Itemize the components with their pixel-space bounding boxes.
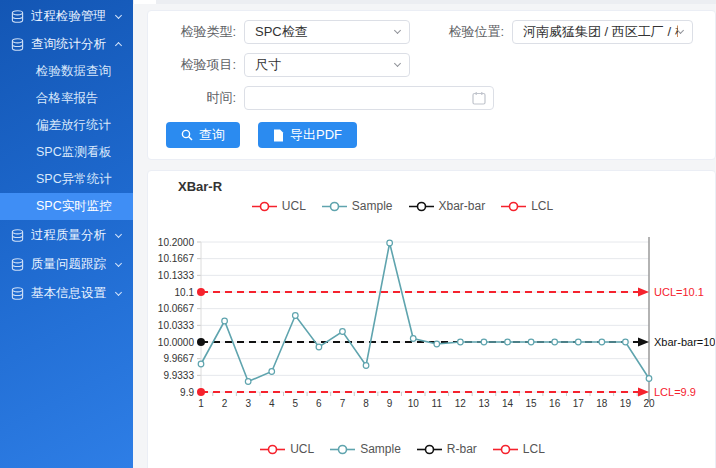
query-button-label: 查询 xyxy=(199,126,225,144)
tab-bar-edge xyxy=(133,0,716,4)
svg-text:8: 8 xyxy=(363,398,369,409)
svg-text:5: 5 xyxy=(293,398,299,409)
chevron-down-icon xyxy=(115,288,122,295)
legend-item-UCL[interactable]: UCL xyxy=(260,442,314,456)
svg-text:13: 13 xyxy=(478,398,490,409)
filter-actions: 查询 导出PDF xyxy=(148,122,715,148)
legend-marker xyxy=(252,201,277,212)
database-icon xyxy=(11,258,24,271)
svg-text:10.0000: 10.0000 xyxy=(158,337,195,348)
svg-text:12: 12 xyxy=(455,398,467,409)
main-content: 检验类型: SPC检查 检验位置: 河南威猛集团 / 西区工厂 / 机加 检验项… xyxy=(133,0,716,468)
legend-item-UCL[interactable]: UCL xyxy=(252,199,306,213)
inspection-type-select[interactable]: SPC检查 xyxy=(244,20,410,44)
svg-text:Xbar-bar=10: Xbar-bar=10 xyxy=(654,336,715,348)
legend-label: LCL xyxy=(523,442,545,456)
search-icon xyxy=(181,129,193,141)
svg-text:9: 9 xyxy=(387,398,393,409)
filter-row-1: 检验类型: SPC检查 检验位置: 河南威猛集团 / 西区工厂 / 机加 xyxy=(148,20,715,44)
inspection-item-label: 检验项目: xyxy=(148,56,236,74)
export-pdf-button-label: 导出PDF xyxy=(290,126,342,144)
legend-label: Xbar-bar xyxy=(439,199,486,213)
filter-panel: 检验类型: SPC检查 检验位置: 河南威猛集团 / 西区工厂 / 机加 检验项… xyxy=(147,10,716,160)
svg-text:10.0333: 10.0333 xyxy=(158,320,195,331)
inspection-location-select[interactable]: 河南威猛集团 / 西区工厂 / 机加 xyxy=(512,20,693,44)
chevron-down-icon xyxy=(394,60,401,67)
sidebar-group-基本信息设置[interactable]: 基本信息设置 xyxy=(0,279,133,307)
time-field-wrap xyxy=(244,86,494,110)
legend-marker xyxy=(409,201,434,212)
export-pdf-button[interactable]: 导出PDF xyxy=(258,122,357,148)
sidebar-item-检验数据查询[interactable]: 检验数据查询 xyxy=(0,58,133,85)
time-input[interactable] xyxy=(244,86,494,110)
svg-text:6: 6 xyxy=(316,398,322,409)
svg-text:18: 18 xyxy=(596,398,608,409)
active-tab-indicator xyxy=(134,0,156,4)
legend-label: Sample xyxy=(360,442,401,456)
chart-title: XBar-R xyxy=(178,179,715,197)
svg-text:UCL=10.1: UCL=10.1 xyxy=(654,286,704,298)
svg-text:9.9333: 9.9333 xyxy=(163,370,194,381)
svg-text:9.9667: 9.9667 xyxy=(163,353,194,364)
database-icon xyxy=(11,38,24,51)
sidebar-group-label: 过程质量分析 xyxy=(31,227,112,244)
inspection-type-label: 检验类型: xyxy=(148,23,236,41)
sidebar-item-合格率报告[interactable]: 合格率报告 xyxy=(0,85,133,112)
sidebar-group-label: 基本信息设置 xyxy=(31,285,112,302)
chevron-down-icon xyxy=(677,27,684,34)
sidebar-group-查询统计分析[interactable]: 查询统计分析 xyxy=(0,30,133,58)
svg-text:10.1: 10.1 xyxy=(175,287,195,298)
legend-label: LCL xyxy=(531,199,553,213)
chart-legend-bottom: UCLSampleR-barLCL xyxy=(148,440,657,458)
file-pdf-icon xyxy=(273,129,284,142)
svg-text:4: 4 xyxy=(269,398,275,409)
svg-text:1: 1 xyxy=(198,398,204,409)
legend-item-LCL[interactable]: LCL xyxy=(493,442,545,456)
sidebar-item-SPC实时监控[interactable]: SPC实时监控 xyxy=(0,193,133,220)
svg-text:10: 10 xyxy=(408,398,420,409)
chevron-down-icon xyxy=(115,259,122,266)
svg-text:19: 19 xyxy=(620,398,632,409)
sidebar-group-过程检验管理[interactable]: 过程检验管理 xyxy=(0,2,133,30)
legend-item-Xbar-bar[interactable]: Xbar-bar xyxy=(409,199,486,213)
xbar-control-chart: 10.200010.166710.133310.110.066710.03331… xyxy=(148,229,715,414)
sidebar-group-label: 过程检验管理 xyxy=(31,8,112,25)
inspection-item-value: 尺寸 xyxy=(255,56,395,74)
svg-text:11: 11 xyxy=(432,398,443,409)
database-icon xyxy=(11,229,24,242)
sidebar: 过程检验管理查询统计分析检验数据查询合格率报告偏差放行统计SPC监测看板SPC异… xyxy=(0,0,133,468)
svg-text:16: 16 xyxy=(549,398,561,409)
svg-text:9.9: 9.9 xyxy=(180,387,194,398)
svg-text:17: 17 xyxy=(573,398,585,409)
legend-label: Sample xyxy=(352,199,393,213)
spc-chart-panel: XBar-R UCLSampleXbar-barLCL 10.200010.16… xyxy=(147,170,716,468)
chevron-down-icon xyxy=(394,27,401,34)
legend-label: UCL xyxy=(290,442,314,456)
legend-item-R-bar[interactable]: R-bar xyxy=(417,442,477,456)
legend-marker xyxy=(417,444,442,455)
svg-text:10.0667: 10.0667 xyxy=(158,303,195,314)
sidebar-item-SPC异常统计[interactable]: SPC异常统计 xyxy=(0,166,133,193)
sidebar-group-过程质量分析[interactable]: 过程质量分析 xyxy=(0,221,133,249)
chevron-down-icon xyxy=(115,230,122,237)
svg-text:LCL=9.9: LCL=9.9 xyxy=(654,386,696,398)
svg-text:3: 3 xyxy=(245,398,251,409)
legend-marker xyxy=(322,201,347,212)
time-label: 时间: xyxy=(148,89,236,107)
legend-label: UCL xyxy=(282,199,306,213)
chevron-up-icon xyxy=(115,42,122,49)
sidebar-item-SPC监测看板[interactable]: SPC监测看板 xyxy=(0,139,133,166)
legend-marker xyxy=(260,444,285,455)
sidebar-item-偏差放行统计[interactable]: 偏差放行统计 xyxy=(0,112,133,139)
database-icon xyxy=(11,287,24,300)
inspection-item-select[interactable]: 尺寸 xyxy=(244,53,410,77)
query-button[interactable]: 查询 xyxy=(166,122,240,148)
inspection-location-label: 检验位置: xyxy=(434,23,504,41)
sidebar-group-label: 查询统计分析 xyxy=(31,36,112,53)
svg-text:20: 20 xyxy=(643,398,655,409)
legend-item-Sample[interactable]: Sample xyxy=(330,442,401,456)
sidebar-group-质量问题跟踪[interactable]: 质量问题跟踪 xyxy=(0,250,133,278)
legend-item-Sample[interactable]: Sample xyxy=(322,199,393,213)
legend-marker xyxy=(501,201,526,212)
legend-item-LCL[interactable]: LCL xyxy=(501,199,553,213)
